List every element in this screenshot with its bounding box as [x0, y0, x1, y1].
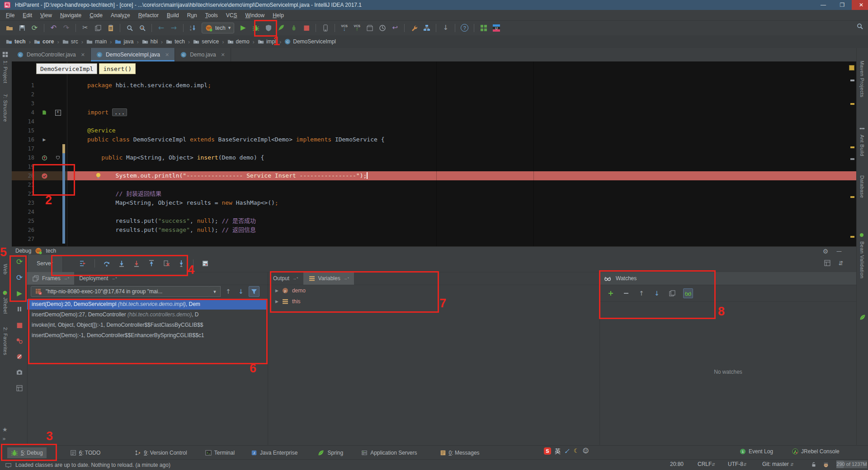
toolwindow-button-6-todo[interactable]: 6: TODO — [66, 448, 104, 458]
fold-marker[interactable] — [54, 198, 61, 207]
breadcrumb-item-impl[interactable]: impl — [256, 38, 278, 46]
collapse-expand-icon[interactable]: ⇵ — [836, 258, 845, 268]
fold-marker[interactable] — [54, 153, 61, 162]
stripe-button-web[interactable]: Web — [3, 264, 8, 275]
stripe-button-ant-build[interactable]: Ant Build — [859, 135, 865, 156]
mute-breakpoints-icon[interactable] — [14, 352, 24, 362]
breakpoint-gutter-icon[interactable] — [34, 171, 54, 180]
sync-icon[interactable]: ⟳ — [29, 22, 40, 33]
replace-icon[interactable]: a — [137, 22, 148, 33]
view-breakpoints-icon[interactable] — [14, 336, 24, 346]
more-icon[interactable]: » — [2, 436, 6, 442]
toolwindow-button-terminal[interactable]: Terminal — [202, 448, 238, 458]
stripe-button-bean-validation[interactable]: Bean Validation — [859, 241, 865, 278]
sogou-ime-icon[interactable]: S — [544, 447, 551, 455]
duplicate-watch-icon[interactable] — [668, 289, 677, 298]
thread-dump-icon[interactable] — [14, 367, 24, 377]
intention-bulb-icon[interactable] — [95, 172, 102, 179]
vcs-up-icon[interactable]: VCS↑ — [351, 22, 363, 33]
menu-tools[interactable]: Tools — [201, 11, 222, 20]
breadcrumb-item-main[interactable]: main — [85, 38, 108, 46]
line-ending-selector[interactable]: CRLF⇵ — [698, 461, 715, 467]
breadcrumb-item-src[interactable]: src — [61, 38, 80, 46]
ime-language-indicator[interactable]: 英 — [555, 446, 561, 455]
breadcrumb-item-java[interactable]: java — [113, 38, 135, 46]
wrench-icon[interactable] — [408, 22, 420, 33]
back-icon[interactable]: ← — [156, 22, 167, 33]
tab-output[interactable]: Output→* — [268, 272, 303, 285]
breadcrumb-item-core[interactable]: core — [33, 38, 55, 46]
forward-icon[interactable]: → — [168, 22, 179, 33]
variable-demo[interactable]: ▶pdemo — [268, 285, 600, 296]
fold-marker[interactable] — [54, 144, 61, 153]
menu-run[interactable]: Run — [183, 11, 201, 20]
menu-vcs[interactable]: VCS — [222, 11, 241, 20]
fold-marker[interactable] — [54, 216, 61, 226]
force-step-into-icon[interactable] — [131, 258, 142, 269]
moon-icon[interactable]: ☾ — [574, 448, 579, 454]
copy-icon[interactable] — [92, 22, 104, 33]
ime-brush-icon[interactable] — [564, 448, 570, 454]
rollback-icon[interactable]: ↩ — [389, 22, 401, 33]
open-folder-icon[interactable] — [4, 22, 15, 33]
breadcrumb-item-service[interactable]: service — [192, 38, 220, 46]
toolwindow-button-application-servers[interactable]: Application Servers — [358, 448, 420, 458]
server-console-tab[interactable]: Server — [27, 255, 63, 272]
cut-icon[interactable]: ✂ — [80, 22, 91, 33]
move-up-icon[interactable]: ↑ — [637, 289, 646, 298]
step-into-icon[interactable] — [116, 258, 127, 269]
stripe-button-maven-projects[interactable]: Maven Projects — [859, 61, 865, 97]
undo-icon[interactable]: ↶ — [48, 22, 59, 33]
toolwindow-button-spring[interactable]: Spring — [314, 447, 347, 458]
drop-frame-icon[interactable] — [161, 258, 172, 269]
toolwindow-button-9-version-control[interactable]: 9: Version Control — [131, 448, 190, 458]
menu-file[interactable]: File — [2, 11, 19, 20]
phone-icon[interactable] — [320, 22, 331, 33]
fold-marker[interactable] — [54, 162, 61, 171]
find-icon[interactable] — [124, 22, 135, 33]
fold-marker[interactable] — [54, 135, 61, 144]
hide-tool-window-icon[interactable]: — — [835, 247, 844, 256]
editor-tab-DemoServiceImpl.java[interactable]: CDemoServiceImpl.java✕ — [91, 48, 175, 61]
stripe-button-2-favorites[interactable]: 2: Favorites — [3, 327, 8, 355]
help-icon[interactable]: ? — [459, 22, 470, 33]
show-in-variables-icon[interactable] — [683, 288, 693, 298]
debug-icon[interactable] — [250, 22, 261, 33]
sticky-crumb-DemoServiceImpl[interactable]: DemoServiceImpl — [36, 63, 97, 74]
add-watch-icon[interactable] — [606, 289, 615, 298]
jrebel-console[interactable]: JRebel Console — [788, 446, 843, 456]
restore-layout-icon[interactable] — [14, 383, 24, 393]
restore-layout-icon[interactable] — [823, 258, 832, 268]
fold-marker[interactable] — [54, 99, 61, 108]
fold-marker[interactable] — [54, 189, 61, 198]
unlock-icon[interactable] — [811, 461, 817, 468]
next-frame-icon[interactable]: ↓ — [236, 287, 246, 296]
hide-frames-filter-icon[interactable] — [249, 286, 259, 297]
tab-frames[interactable]: Frames→* — [27, 272, 74, 285]
vcs-down-icon[interactable]: VCS↓ — [339, 22, 350, 33]
stripe-button-7-structure[interactable]: 7: Structure — [3, 94, 8, 122]
fold-marker[interactable] — [54, 81, 61, 90]
step-out-icon[interactable] — [146, 258, 157, 269]
stop-icon[interactable]: ■ — [14, 320, 24, 330]
run-icon[interactable]: ▶ — [237, 22, 249, 33]
stripe-button-database[interactable]: Database — [859, 175, 865, 198]
code-editor[interactable]: 1package hbi.tech.service.demo.impl;234+… — [12, 61, 856, 246]
maximize-button[interactable]: ❐ — [833, 0, 852, 10]
stripe-button-1-project[interactable]: 1: Project — [3, 61, 8, 83]
debug-settings-gear-icon[interactable]: ⚙ — [821, 247, 830, 256]
event-log[interactable]: 1Event Log — [736, 446, 777, 456]
fold-marker[interactable]: + — [54, 108, 61, 117]
toolwindow-button-java-enterprise[interactable]: JJava Enterprise — [247, 448, 301, 458]
debug-tab-label[interactable]: Debug — [15, 248, 31, 254]
stack-frame[interactable]: insert(Demo):20, DemoServiceImpl (hbi.te… — [27, 299, 268, 310]
run-to-cursor-icon[interactable] — [176, 258, 187, 269]
stripe-button-jrebel[interactable]: JRebel — [3, 297, 8, 314]
move-down-icon[interactable]: ↓ — [652, 289, 661, 298]
breadcrumb-item-tech[interactable]: tech — [165, 38, 186, 46]
favorites-star-icon[interactable]: ★ — [2, 427, 8, 433]
breadcrumb-item-demoserviceimpl[interactable]: CDemoServiceImpl — [283, 38, 337, 46]
menu-refactor[interactable]: Refactor — [134, 11, 163, 20]
run-configuration-combo[interactable]: tech▾ — [202, 23, 234, 33]
thread-selector-arrow[interactable]: ▾ — [209, 286, 221, 297]
